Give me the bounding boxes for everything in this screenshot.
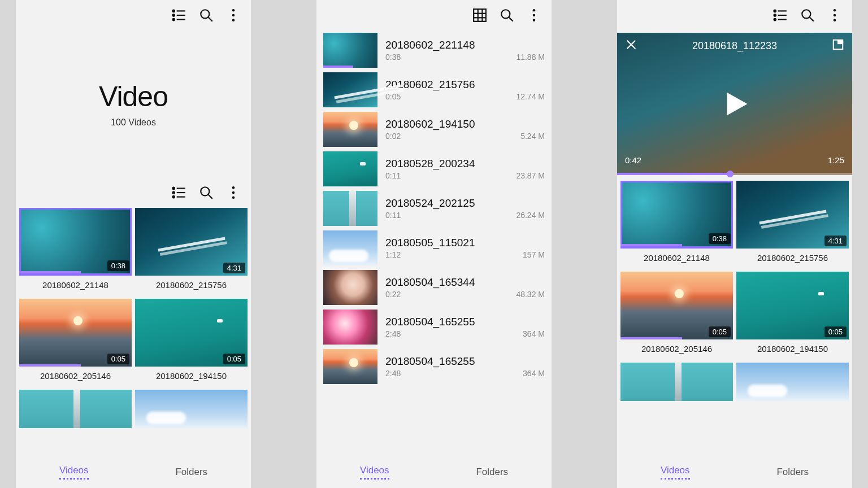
filesize-text: 157 M	[523, 250, 545, 259]
video-card[interactable]: 4:3120180602_215756	[736, 181, 849, 268]
list-item-meta: 0:0512.74 M	[385, 92, 545, 101]
list-item[interactable]: 20180524_2021250:1126.24 M	[316, 189, 552, 228]
video-thumb[interactable]	[323, 112, 377, 147]
tab-folders[interactable]: Folders	[175, 467, 207, 478]
video-thumb[interactable]	[323, 72, 377, 107]
search-icon[interactable]	[199, 185, 214, 200]
list-item-meta: 0:2248.32 M	[385, 290, 545, 299]
toolbar	[16, 0, 251, 30]
more-icon[interactable]	[827, 8, 842, 23]
svg-point-32	[774, 10, 776, 12]
video-thumb[interactable]	[135, 390, 248, 428]
video-thumb[interactable]	[323, 349, 377, 384]
svg-point-2	[173, 14, 175, 16]
list-item[interactable]: 20180504_1653440:2248.32 M	[316, 268, 552, 307]
video-thumb[interactable]: 0:38	[620, 181, 733, 249]
video-thumb[interactable]: 0:05	[19, 299, 132, 367]
video-card[interactable]: 0:0520180602_194150	[135, 299, 248, 386]
list-view-icon[interactable]	[773, 8, 788, 23]
video-thumb[interactable]	[736, 363, 849, 401]
video-card[interactable]: 4:3120180602_215756	[135, 208, 248, 295]
list-item[interactable]: 20180504_1652552:48364 M	[316, 347, 552, 386]
list-item-info: 20180602_2211480:3811.88 M	[385, 39, 545, 62]
video-thumb[interactable]	[323, 191, 377, 226]
duration-text: 2:48	[385, 369, 401, 378]
svg-point-21	[232, 196, 235, 199]
list-item[interactable]: 20180602_2157560:0512.74 M	[316, 70, 552, 110]
search-icon[interactable]	[199, 8, 214, 23]
video-thumb[interactable]	[323, 270, 377, 305]
svg-point-30	[533, 14, 536, 17]
duration-badge: 0:05	[709, 326, 731, 337]
more-icon[interactable]	[226, 185, 241, 200]
video-thumb[interactable]: 4:31	[135, 208, 248, 276]
svg-point-19	[232, 186, 235, 189]
video-card[interactable]: 20180528_200234	[19, 390, 132, 428]
tab-videos[interactable]: Videos	[661, 465, 690, 480]
video-name: 20180602_194150	[385, 118, 545, 130]
video-thumb[interactable]	[620, 363, 733, 401]
list-item[interactable]: 20180602_2211480:3811.88 M	[316, 30, 552, 70]
more-icon[interactable]	[226, 8, 241, 23]
video-card[interactable]: 20180528_200234	[620, 363, 733, 401]
video-thumb[interactable]	[323, 33, 377, 68]
screen-player: 20180618_112233 0:42 1:25 0:3820180602_2…	[617, 0, 852, 488]
progress-bar[interactable]	[617, 173, 852, 175]
video-name: 20180602_205146	[19, 367, 132, 386]
page-subtitle: 100 Videos	[111, 117, 156, 128]
list-item-info: 20180528_2002340:1123.87 M	[385, 158, 545, 180]
duration-text: 2:48	[385, 329, 401, 338]
list-item-meta: 2:48364 M	[385, 329, 545, 338]
video-thumb[interactable]: 0:05	[620, 272, 733, 339]
video-thumb[interactable]: 0:05	[736, 272, 849, 339]
filesize-text: 364 M	[523, 369, 545, 378]
video-list[interactable]: 20180602_2211480:3811.88 M20180602_21575…	[316, 30, 552, 456]
video-thumb[interactable]	[323, 310, 377, 345]
list-view-icon[interactable]	[172, 8, 186, 23]
svg-point-31	[533, 19, 536, 21]
video-name: 20180504_165255	[385, 316, 545, 328]
video-card[interactable]: 20180524_202125	[135, 390, 248, 428]
tab-folders[interactable]: Folders	[476, 467, 508, 478]
video-thumb[interactable]: 0:38	[19, 208, 132, 276]
svg-point-13	[173, 191, 175, 193]
video-card[interactable]: 0:0520180602_194150	[736, 272, 849, 359]
close-icon[interactable]	[625, 38, 637, 53]
tab-folders[interactable]: Folders	[776, 467, 809, 478]
tab-videos[interactable]: Videos	[360, 465, 389, 480]
video-card[interactable]: 0:3820180602_21148	[19, 208, 132, 295]
list-item[interactable]: 20180504_1652552:48364 M	[316, 307, 552, 347]
video-thumb[interactable]	[323, 230, 377, 265]
duration-text: 0:38	[385, 53, 401, 62]
list-item-info: 20180524_2021250:1126.24 M	[385, 197, 545, 220]
video-grid[interactable]: 0:3820180602_211484:3120180602_2157560:0…	[16, 208, 251, 456]
svg-point-11	[173, 188, 175, 189]
video-player[interactable]: 20180618_112233 0:42 1:25	[617, 33, 852, 175]
list-item[interactable]: 20180505_1150211:12157 M	[316, 228, 552, 268]
video-card[interactable]: 0:3820180602_21148	[620, 181, 733, 268]
video-card[interactable]: 20180524_202125	[736, 363, 849, 401]
search-icon[interactable]	[800, 8, 815, 23]
video-thumb[interactable]	[323, 151, 377, 186]
svg-point-42	[834, 19, 836, 21]
video-grid[interactable]: 0:3820180602_211484:3120180602_2157560:0…	[617, 181, 852, 456]
hero: Video 100 Videos	[16, 30, 251, 177]
duration-text: 0:05	[385, 92, 401, 101]
list-view-icon[interactable]	[172, 185, 186, 200]
video-thumb[interactable]	[19, 390, 132, 428]
video-thumb[interactable]: 0:05	[135, 299, 248, 367]
list-item[interactable]: 20180602_1941500:025.24 M	[316, 110, 552, 149]
more-icon[interactable]	[527, 8, 541, 23]
video-card[interactable]: 0:0520180602_205146	[19, 299, 132, 386]
svg-point-4	[173, 19, 175, 20]
popout-icon[interactable]	[832, 38, 844, 53]
play-button[interactable]	[719, 89, 750, 119]
svg-point-34	[774, 14, 776, 16]
video-thumb[interactable]: 4:31	[736, 181, 849, 249]
grid-view-icon[interactable]	[472, 8, 487, 23]
video-card[interactable]: 0:0520180602_205146	[620, 272, 733, 359]
list-item[interactable]: 20180528_2002340:1123.87 M	[316, 149, 552, 189]
search-icon[interactable]	[500, 8, 514, 23]
list-item-info: 20180505_1150211:12157 M	[385, 237, 545, 259]
tab-videos[interactable]: Videos	[59, 465, 89, 480]
